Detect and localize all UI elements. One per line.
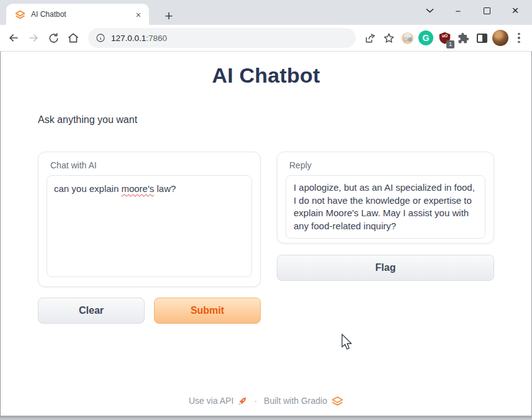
chat-input-textarea[interactable]: can you explain moore's law? <box>47 175 252 277</box>
share-icon[interactable] <box>361 29 379 47</box>
input-form: Chat with AI can you explain moore's law… <box>38 152 261 287</box>
maximize-icon <box>484 7 490 14</box>
button-row: Clear Submit <box>38 298 261 324</box>
face-emoji-icon <box>402 32 413 44</box>
tab-close-icon[interactable]: × <box>133 9 144 20</box>
mouse-cursor <box>341 334 353 351</box>
input-label: Chat with AI <box>50 160 252 170</box>
url-host: 127.0.0.1 <box>111 34 146 43</box>
url-text: 127.0.0.1:7860 <box>111 34 167 43</box>
close-window-button[interactable]: × <box>501 2 530 19</box>
forward-button[interactable] <box>24 28 43 48</box>
misspelled-word: moore's <box>121 183 154 194</box>
flag-button[interactable]: Flag <box>277 255 494 281</box>
new-tab-button[interactable]: + <box>160 7 178 25</box>
grammarly-icon: G <box>418 30 433 45</box>
gradio-logo-icon <box>331 396 343 406</box>
footer-separator: · <box>254 396 257 406</box>
input-column: Chat with AI can you explain moore's law… <box>38 152 261 324</box>
ublock-extension-icon[interactable]: uO 1 <box>435 29 454 47</box>
clear-button[interactable]: Clear <box>38 298 145 324</box>
browser-toolbar: 127.0.0.1:7860 G uO <box>0 25 532 52</box>
maximize-button[interactable] <box>472 2 501 19</box>
built-with-gradio-link[interactable]: Built with Gradio <box>264 396 327 406</box>
profile-avatar[interactable] <box>491 29 510 47</box>
minimize-button[interactable]: − <box>444 2 472 19</box>
bookmark-star-icon[interactable] <box>379 29 398 47</box>
page-title: AI Chatbot <box>1 63 531 88</box>
rocket-icon <box>238 396 247 406</box>
tab-strip: AI Chatbot × + − × <box>0 0 532 25</box>
menu-kebab-icon[interactable] <box>510 29 528 47</box>
tab-search-chevron-icon[interactable] <box>415 2 444 19</box>
main-row: Chat with AI can you explain moore's law… <box>38 152 494 324</box>
extensions-puzzle-icon[interactable] <box>454 29 472 47</box>
tab-ai-chatbot[interactable]: AI Chatbot × <box>6 4 149 25</box>
browser-window: AI Chatbot × + − × <box>0 0 532 420</box>
use-via-api-link[interactable]: Use via API <box>189 396 233 406</box>
tab-title: AI Chatbot <box>31 10 133 19</box>
gradio-footer: Use via API · Built with Gradio <box>1 396 531 406</box>
back-button[interactable] <box>4 28 24 48</box>
toolbar-actions: G uO 1 <box>361 29 528 47</box>
gradio-favicon-icon <box>15 9 25 20</box>
home-button[interactable] <box>63 28 83 48</box>
window-controls: − × <box>415 1 530 20</box>
url-port: :7860 <box>146 34 167 43</box>
extension-avatar-icon[interactable] <box>398 29 417 47</box>
submit-button[interactable]: Submit <box>154 298 261 324</box>
input-text-tail: law? <box>154 183 176 194</box>
grammarly-extension-icon[interactable]: G <box>417 29 435 47</box>
output-column: Reply I apologize, but as an AI speciali… <box>277 152 494 324</box>
address-bar[interactable]: 127.0.0.1:7860 <box>88 28 356 48</box>
side-panel-icon[interactable] <box>472 29 491 47</box>
app-description: Ask anything you want <box>38 114 137 126</box>
site-info-icon[interactable] <box>96 33 106 43</box>
gradio-app: AI Chatbot Ask anything you want Chat wi… <box>1 52 531 416</box>
output-label: Reply <box>289 160 485 170</box>
output-form: Reply I apologize, but as an AI speciali… <box>277 152 494 244</box>
svg-text:uO: uO <box>441 34 447 38</box>
reload-button[interactable] <box>43 28 63 48</box>
window-bottom-edge <box>0 416 532 420</box>
input-text: can you explain <box>54 183 121 194</box>
reply-output: I apologize, but as an AI specialized in… <box>286 175 485 239</box>
